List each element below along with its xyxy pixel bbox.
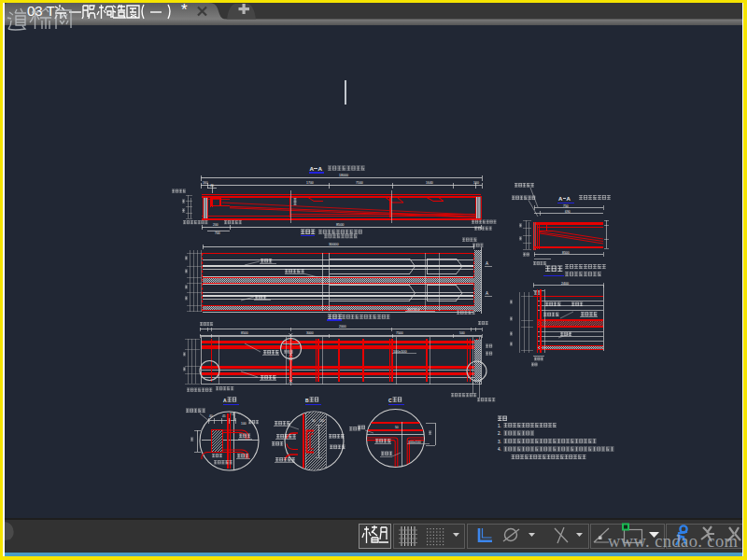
svg-text:1700: 1700 [306, 181, 314, 185]
svg-text:A: A [318, 165, 323, 172]
svg-text:150: 150 [319, 419, 325, 423]
svg-text:690: 690 [565, 210, 571, 214]
svg-text:8500: 8500 [562, 251, 570, 255]
svg-text:A: A [310, 165, 315, 172]
svg-text:40: 40 [209, 414, 213, 418]
svg-text:50: 50 [395, 426, 399, 429]
svg-text:2000: 2000 [339, 325, 346, 329]
svg-text:A: A [567, 196, 571, 202]
svg-text:50: 50 [312, 419, 316, 423]
svg-text:A: A [486, 261, 488, 266]
svg-text:4.: 4. [498, 447, 501, 452]
svg-text:700: 700 [215, 231, 220, 235]
svg-text:B: B [305, 398, 309, 403]
svg-text:2.: 2. [498, 431, 501, 436]
svg-text:45: 45 [222, 414, 226, 418]
svg-text:A: A [223, 398, 227, 403]
svg-text:7500: 7500 [396, 331, 403, 335]
svg-text:45: 45 [210, 184, 214, 188]
svg-text:8500: 8500 [241, 331, 248, 335]
svg-text:A: A [558, 196, 563, 202]
svg-text:100: 100 [241, 422, 247, 426]
svg-text:750: 750 [563, 204, 569, 208]
svg-text:2400: 2400 [561, 282, 569, 286]
svg-text:100x100: 100x100 [393, 350, 407, 354]
svg-text:30000: 30000 [329, 243, 339, 246]
svg-text:7500: 7500 [356, 181, 363, 185]
svg-text:3.: 3. [498, 440, 501, 444]
svg-text:200: 200 [213, 223, 218, 227]
svg-text:500: 500 [459, 331, 465, 335]
svg-text:8500: 8500 [336, 223, 344, 227]
svg-text:1.: 1. [498, 424, 501, 428]
svg-text:18000: 18000 [339, 174, 348, 177]
svg-text:160: 160 [203, 181, 208, 185]
svg-text:160: 160 [473, 181, 479, 185]
svg-text:1640: 1640 [426, 181, 433, 185]
svg-text:100x100: 100x100 [408, 441, 421, 444]
svg-text:3000: 3000 [306, 331, 314, 335]
svg-text:30X34.4: 30X34.4 [407, 308, 419, 312]
svg-text:A: A [486, 291, 488, 296]
svg-text:C: C [388, 398, 392, 403]
